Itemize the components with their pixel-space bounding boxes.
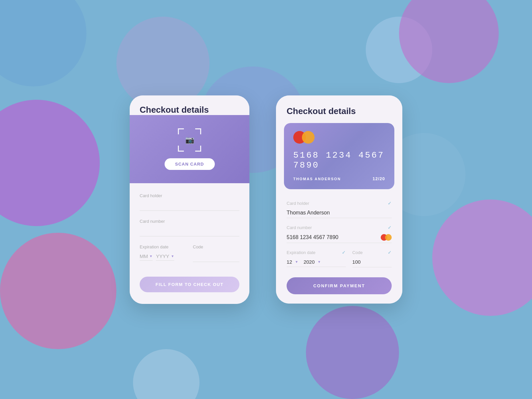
card-number-display: 5168 1234 4567 7890 bbox=[293, 150, 385, 170]
card-holder-label: Card holder bbox=[140, 193, 239, 198]
expiry-label: Expiration date bbox=[140, 244, 186, 249]
expiry-code-field: Expiration date MM 010203 040506 070809 … bbox=[140, 244, 239, 262]
corner-tl bbox=[178, 128, 184, 134]
expiry-section: Expiration date ✓ 12 0102 ▼ 2020 2021202… bbox=[287, 250, 346, 267]
year-arrow-icon: ▼ bbox=[171, 254, 174, 258]
scan-viewfinder: 📷 bbox=[178, 128, 201, 152]
card-number-check-icon: ✓ bbox=[388, 225, 392, 230]
month-arrow-icon: ▼ bbox=[149, 254, 153, 258]
card-expiry-display: 12/20 bbox=[372, 176, 385, 181]
fill-form-button[interactable]: FILL FORM TO CHECK OUT bbox=[140, 277, 239, 292]
left-phone-form: Card holder Card number Expiration date … bbox=[130, 183, 249, 304]
expiry-month-arrow-icon: ▼ bbox=[295, 260, 298, 264]
code-section: Code ✓ bbox=[346, 250, 392, 267]
right-card-number-label: Card number bbox=[287, 225, 312, 230]
card-holder-check-icon: ✓ bbox=[388, 200, 392, 206]
expiry-date-label: Expiration date bbox=[287, 250, 316, 255]
card-number-label: Card number bbox=[140, 219, 239, 224]
code-label: Code bbox=[193, 244, 239, 249]
expiry-check-icon: ✓ bbox=[342, 250, 346, 255]
code-header: Code ✓ bbox=[352, 250, 392, 255]
card-number-text: 5168 1234 4567 7890 bbox=[287, 234, 338, 240]
checkout-form: Card holder ✓ Thomas Anderson Card numbe… bbox=[276, 197, 402, 304]
scan-section: 📷 SCAN CARD bbox=[130, 115, 249, 183]
card-number-input[interactable] bbox=[140, 226, 239, 236]
month-select-wrapper: MM 010203 040506 070809 101112 ▼ bbox=[140, 252, 153, 261]
expiry-header: Expiration date ✓ bbox=[287, 250, 346, 255]
expiry-year-arrow-icon: ▼ bbox=[318, 260, 321, 264]
expiry-code-row: Expiration date MM 010203 040506 070809 … bbox=[140, 244, 239, 262]
right-card-holder-label: Card holder bbox=[287, 201, 309, 206]
year-select-wrapper: YYYY 202020212022 202320242025 ▼ bbox=[156, 252, 174, 261]
camera-icon: 📷 bbox=[185, 136, 194, 144]
card-holder-value: Thomas Anderson bbox=[287, 208, 392, 218]
expiry-year-select[interactable]: 2020 20212022 bbox=[304, 259, 315, 265]
right-phone-card: Checkout details 5168 1234 4567 7890 THO… bbox=[276, 95, 402, 304]
card-number-header: Card number ✓ bbox=[287, 225, 392, 230]
card-holder-text: Thomas Anderson bbox=[287, 210, 330, 216]
code-input-wrap bbox=[352, 257, 392, 267]
card-number-mc-logo bbox=[381, 234, 392, 241]
card-number-value: 5168 1234 4567 7890 bbox=[287, 232, 392, 243]
credit-card: 5168 1234 4567 7890 THOMAS ANDERSON 12/2… bbox=[284, 123, 394, 189]
right-code-label: Code bbox=[352, 250, 363, 255]
expiry-col: Expiration date MM 010203 040506 070809 … bbox=[140, 244, 186, 262]
scan-card-button[interactable]: SCAN CARD bbox=[165, 158, 215, 170]
card-holder-field: Card holder bbox=[140, 193, 239, 211]
confirm-payment-button[interactable]: CONFIRM PAYMENT bbox=[287, 277, 392, 294]
code-col: Code bbox=[193, 244, 239, 262]
mc-orange-circle bbox=[302, 131, 315, 144]
mastercard-logo bbox=[293, 131, 385, 144]
card-number-field: Card number bbox=[140, 219, 239, 236]
left-phone-card: Checkout details 📷 SCAN CARD Card holder… bbox=[130, 95, 249, 304]
month-select[interactable]: MM 010203 040506 070809 101112 bbox=[140, 253, 148, 259]
corner-tr bbox=[195, 128, 201, 134]
corner-br bbox=[195, 146, 201, 152]
expiry-inputs: 12 0102 ▼ 2020 20212022 ▼ bbox=[287, 257, 346, 267]
mc-small-orange bbox=[385, 234, 392, 241]
right-card-holder-field: Card holder ✓ Thomas Anderson bbox=[287, 200, 392, 218]
code-check-icon: ✓ bbox=[388, 250, 392, 255]
card-holder-header: Card holder ✓ bbox=[287, 200, 392, 206]
code-input[interactable] bbox=[193, 252, 239, 262]
card-holder-input[interactable] bbox=[140, 201, 239, 211]
right-card-number-field: Card number ✓ 5168 1234 4567 7890 bbox=[287, 225, 392, 243]
cvv-input[interactable] bbox=[352, 259, 372, 265]
card-holder-display: THOMAS ANDERSON bbox=[293, 177, 341, 181]
corner-bl bbox=[178, 146, 184, 152]
left-phone-title: Checkout details bbox=[130, 95, 249, 115]
right-expiry-code-field: Expiration date ✓ 12 0102 ▼ 2020 2021202… bbox=[287, 250, 392, 267]
year-select[interactable]: YYYY 202020212022 202320242025 bbox=[156, 253, 170, 259]
card-bottom: THOMAS ANDERSON 12/20 bbox=[293, 176, 385, 181]
right-phone-title: Checkout details bbox=[276, 95, 402, 123]
expiry-month-select[interactable]: 12 0102 bbox=[287, 259, 292, 265]
page-content: Checkout details 📷 SCAN CARD Card holder… bbox=[0, 0, 532, 399]
